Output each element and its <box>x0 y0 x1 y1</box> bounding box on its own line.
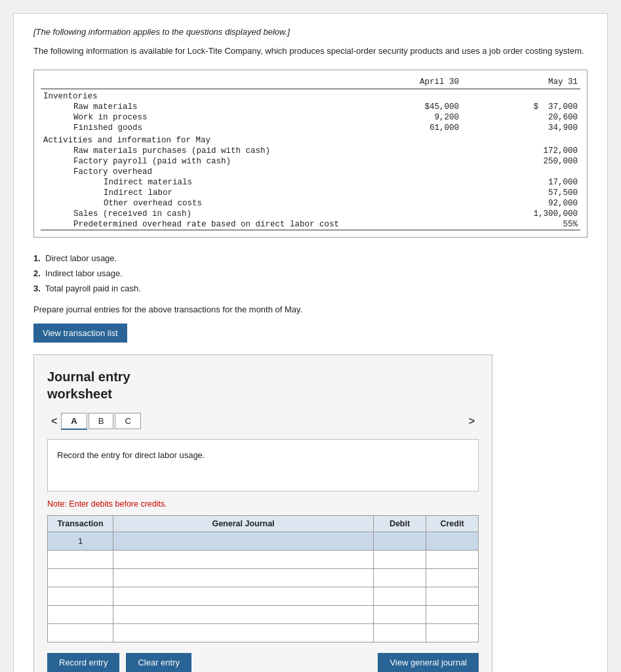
credit-input[interactable] <box>426 587 478 605</box>
info-table-wrapper: April 30 May 31 Inventories Raw material… <box>33 70 588 238</box>
debit-cell[interactable] <box>374 605 426 623</box>
general-journal-cell[interactable] <box>113 550 374 568</box>
table-row: 250,000 <box>462 156 580 167</box>
prepare-text: Prepare journal entries for the above tr… <box>33 304 588 314</box>
credit-cell[interactable] <box>426 623 479 642</box>
view-general-journal-button[interactable]: View general journal <box>378 653 479 672</box>
tab-prev-button[interactable]: < <box>47 413 61 430</box>
tab-next-button[interactable]: > <box>465 413 479 430</box>
table-row: 1,300,000 <box>462 209 580 219</box>
table-row: Finished goods <box>41 123 365 133</box>
credit-cell[interactable] <box>426 568 479 587</box>
table-row: Sales (received in cash) <box>41 209 365 219</box>
question-2: 2. Indirect labor usage. <box>33 266 588 281</box>
instruction-box: Record the entry for direct labor usage. <box>47 439 479 492</box>
table-row: 34,900 <box>462 123 580 133</box>
credit-cell[interactable] <box>426 605 479 623</box>
clear-entry-button[interactable]: Clear entry <box>126 653 191 672</box>
general-journal-input[interactable] <box>113 532 373 550</box>
th-general-journal: General Journal <box>113 515 374 532</box>
table-row: 172,000 <box>462 146 580 156</box>
info-table: April 30 May 31 Inventories Raw material… <box>41 77 580 230</box>
bottom-buttons: Record entry Clear entry View general jo… <box>47 653 479 672</box>
view-transaction-button[interactable]: View transaction list <box>33 324 127 343</box>
table-row <box>48 605 479 623</box>
debit-cell[interactable] <box>374 550 426 568</box>
debit-input[interactable] <box>374 624 426 642</box>
table-row: Indirect labor <box>41 188 365 198</box>
table-row: 55% <box>462 219 580 230</box>
table-row <box>48 550 479 568</box>
transaction-num <box>48 587 113 605</box>
journal-worksheet: Journal entry worksheet < A B C > Record… <box>33 354 492 672</box>
table-row: 61,000 <box>365 123 462 133</box>
table-row: 20,600 <box>462 112 580 123</box>
table-row: Raw materials <box>41 102 365 112</box>
general-journal-input[interactable] <box>113 606 373 623</box>
tab-b[interactable]: B <box>89 413 114 429</box>
debit-cell[interactable] <box>374 623 426 642</box>
credit-input[interactable] <box>426 532 478 550</box>
debit-input[interactable] <box>374 551 426 568</box>
table-row: Factory payroll (paid with cash) <box>41 156 365 167</box>
credit-input[interactable] <box>426 624 478 642</box>
th-credit: Credit <box>426 515 479 532</box>
transaction-num: 1 <box>48 532 113 550</box>
col-header-apr: April 30 <box>365 77 462 89</box>
table-row: Activities and information for May <box>41 133 365 146</box>
table-row <box>48 623 479 642</box>
debit-cell[interactable] <box>374 587 426 605</box>
credit-cell[interactable] <box>426 532 479 550</box>
table-row: 9,200 <box>365 112 462 123</box>
record-entry-button[interactable]: Record entry <box>47 653 119 672</box>
transaction-num <box>48 605 113 623</box>
debit-cell[interactable] <box>374 568 426 587</box>
tab-c[interactable]: C <box>115 413 140 429</box>
intro-note: [The following information applies to th… <box>33 27 588 37</box>
credit-input[interactable] <box>426 606 478 623</box>
table-row: $ 37,000 <box>462 102 580 112</box>
th-debit: Debit <box>374 515 426 532</box>
table-row <box>48 568 479 587</box>
transaction-num <box>48 623 113 642</box>
credit-cell[interactable] <box>426 587 479 605</box>
debit-input[interactable] <box>374 587 426 605</box>
table-row: 57,500 <box>462 188 580 198</box>
transaction-num <box>48 568 113 587</box>
debit-input[interactable] <box>374 569 426 587</box>
table-row: Raw materials purchases (paid with cash) <box>41 146 365 156</box>
table-row <box>48 587 479 605</box>
credit-cell[interactable] <box>426 550 479 568</box>
table-row: 1 <box>48 532 479 550</box>
general-journal-cell[interactable] <box>113 623 374 642</box>
debit-cell[interactable] <box>374 532 426 550</box>
tabs-row: < A B C > <box>47 413 479 430</box>
debit-input[interactable] <box>374 532 426 550</box>
questions-list: 1. Direct labor usage. 2. Indirect labor… <box>33 251 588 297</box>
question-3: 3. Total payroll paid in cash. <box>33 281 588 296</box>
table-row: 17,000 <box>462 177 580 188</box>
table-row: Work in process <box>41 112 365 123</box>
debit-input[interactable] <box>374 606 426 623</box>
general-journal-cell[interactable] <box>113 568 374 587</box>
question-1: 1. Direct labor usage. <box>33 251 588 266</box>
table-row: Inventories <box>41 89 365 102</box>
general-journal-input[interactable] <box>113 587 373 605</box>
tab-a[interactable]: A <box>61 413 87 430</box>
credit-input[interactable] <box>426 551 478 568</box>
general-journal-input[interactable] <box>113 624 373 642</box>
table-row: Factory overhead <box>41 167 365 177</box>
th-transaction: Transaction <box>48 515 113 532</box>
intro-text: The following information is available f… <box>33 45 588 58</box>
page-container: [The following information applies to th… <box>13 13 608 672</box>
note-text: Note: Enter debits before credits. <box>47 499 479 509</box>
general-journal-cell[interactable] <box>113 605 374 623</box>
table-row: 92,000 <box>462 198 580 209</box>
general-journal-cell[interactable] <box>113 587 374 605</box>
general-journal-cell[interactable] <box>113 532 374 550</box>
credit-input[interactable] <box>426 569 478 587</box>
col-header-may: May 31 <box>462 77 580 89</box>
table-row: Indirect materials <box>41 177 365 188</box>
general-journal-input[interactable] <box>113 551 373 568</box>
general-journal-input[interactable] <box>113 569 373 587</box>
